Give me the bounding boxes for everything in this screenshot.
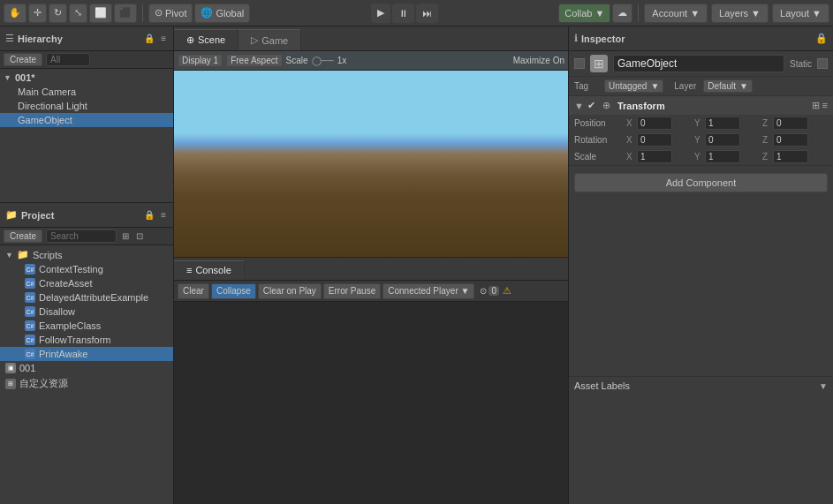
project-item-disallow[interactable]: C# Disallow <box>0 305 173 319</box>
account-button[interactable]: Account ▼ <box>644 4 708 23</box>
custom-asset-label: 自定义资源 <box>19 377 68 390</box>
hierarchy-content: ▼ 001* Main Camera Directional Light Gam… <box>0 69 173 202</box>
move-tool-button[interactable]: ✛ <box>28 4 47 23</box>
main-layout: ☰ Hierarchy 🔒 ≡ Create ▼ 001* M <box>0 26 833 504</box>
display-dropdown[interactable]: Display 1 <box>178 54 223 67</box>
project-item-001[interactable]: ▣ 001 <box>0 361 173 375</box>
project-header-right: 🔒 ≡ <box>142 209 168 221</box>
hierarchy-scene-root[interactable]: ▼ 001* <box>0 71 173 85</box>
hierarchy-lock-button[interactable]: 🔒 <box>142 33 156 44</box>
project-icon: 📁 <box>5 209 18 221</box>
project-title: Project <box>21 210 54 221</box>
scale-y-label: Y <box>694 152 703 162</box>
global-button[interactable]: 🌐 Global <box>194 4 250 23</box>
console-clear-button[interactable]: Clear <box>178 283 209 299</box>
rotation-y-input[interactable] <box>705 133 740 147</box>
rotation-x-input[interactable] <box>637 133 672 147</box>
divider-2 <box>638 4 639 22</box>
rotation-z-input[interactable] <box>773 133 808 147</box>
transform-icon: ⊕ <box>602 100 610 111</box>
rotation-y-label: Y <box>694 135 703 145</box>
count-icon: ⊙ <box>480 286 487 296</box>
transform-header[interactable]: ▼ ✔ ⊕ Transform ⊞ ≡ <box>569 96 833 115</box>
scale-z-input[interactable] <box>773 150 808 163</box>
aspect-dropdown[interactable]: Free Aspect <box>226 54 282 67</box>
game-tab-icon: ▷ <box>251 34 258 46</box>
hierarchy-item-gameobject[interactable]: GameObject <box>0 113 173 127</box>
console-panel: ≡ Console Clear Collapse Clear on Play E… <box>174 257 568 504</box>
project-item-example-class[interactable]: C# ExampleClass <box>0 319 173 333</box>
project-item-context-testing[interactable]: C# ContextTesting <box>0 262 173 276</box>
position-y-input[interactable] <box>705 117 740 130</box>
rotation-z-label: Z <box>762 135 771 145</box>
project-view-toggle[interactable]: ⊞ <box>120 230 131 242</box>
step-button[interactable]: ⏭ <box>416 4 438 23</box>
layers-button[interactable]: Layers ▼ <box>711 4 769 23</box>
gameobject-name-field[interactable]: GameObject <box>613 55 784 72</box>
console-collapse-button[interactable]: Collapse <box>211 283 256 299</box>
transform-component: ▼ ✔ ⊕ Transform ⊞ ≡ Position X <box>569 96 833 166</box>
tab-console[interactable]: ≡ Console <box>174 260 245 280</box>
hierarchy-item-main-camera[interactable]: Main Camera <box>0 85 173 99</box>
inspector-title: Inspector <box>581 34 625 44</box>
static-checkbox[interactable] <box>817 58 828 69</box>
transform-component-icons: ⊞ ≡ <box>812 100 828 111</box>
gameobject-active-checkbox[interactable] <box>574 58 585 69</box>
connected-player-button[interactable]: Connected Player ▼ <box>382 283 474 299</box>
layout-label: Layout ▼ <box>780 8 822 19</box>
layout-button[interactable]: Layout ▼ <box>772 4 829 23</box>
hierarchy-create-button[interactable]: Create <box>4 53 42 66</box>
pause-button[interactable]: ⏸ <box>392 4 414 23</box>
hierarchy-item-directional-light[interactable]: Directional Light <box>0 99 173 113</box>
inspector-icon: ℹ <box>574 33 578 44</box>
scale-z-group: Z <box>762 150 828 163</box>
tab-scene[interactable]: ⊕ Scene <box>174 29 239 50</box>
transform-expand-icon: ▼ <box>574 101 584 111</box>
scale-y-input[interactable] <box>705 150 740 163</box>
project-search-input[interactable] <box>46 229 117 243</box>
script-icon-follow-transform: C# <box>25 335 35 345</box>
scene-tab-label: Scene <box>198 34 225 45</box>
console-clear-on-play-button[interactable]: Clear on Play <box>258 283 322 299</box>
display-label: Display 1 <box>182 56 218 65</box>
scene-game-tabs: ⊕ Scene ▷ Game <box>174 26 568 51</box>
project-content: ▼ 📁 Scripts C# ContextTesting C# CreateA… <box>0 245 173 504</box>
project-filter-button[interactable]: ⊡ <box>134 230 145 242</box>
transform-settings-icon[interactable]: ⊞ <box>812 100 820 111</box>
project-item-scripts[interactable]: ▼ 📁 Scripts <box>0 247 173 262</box>
pivot-button[interactable]: ⊙ Pivot <box>148 4 193 23</box>
position-x-input[interactable] <box>637 117 672 130</box>
console-error-pause-button[interactable]: Error Pause <box>323 283 381 299</box>
scale-x-input[interactable] <box>637 150 672 163</box>
add-component-button[interactable]: Add Component <box>574 173 828 192</box>
layer-dropdown[interactable]: Default ▼ <box>703 79 753 93</box>
directional-light-label: Directional Light <box>18 101 87 111</box>
transform-copy-icon[interactable]: ≡ <box>822 100 828 111</box>
collab-button[interactable]: Collab ▼ <box>558 4 610 23</box>
project-lock-button[interactable]: 🔒 <box>142 209 156 221</box>
collab-group: Collab ▼ ☁ <box>558 4 632 23</box>
scale-tool-button[interactable]: ⤡ <box>69 4 87 23</box>
hand-tool-button[interactable]: ✋ <box>4 4 27 23</box>
project-item-create-asset[interactable]: C# CreateAsset <box>0 276 173 290</box>
tab-game[interactable]: ▷ Game <box>239 29 301 50</box>
scale-x-group: X <box>626 150 692 163</box>
project-item-follow-transform[interactable]: C# FollowTransform <box>0 333 173 347</box>
cloud-button[interactable]: ☁ <box>612 4 632 23</box>
project-create-button[interactable]: Create <box>4 229 42 243</box>
project-item-custom-asset[interactable]: ⊞ 自定义资源 <box>0 375 173 392</box>
project-item-print-awake[interactable]: C# PrintAwake <box>0 347 173 361</box>
rect-tool-button[interactable]: ⬜ <box>89 4 112 23</box>
position-z-input[interactable] <box>773 117 808 130</box>
tag-dropdown[interactable]: Untagged ▼ <box>604 79 663 93</box>
hierarchy-icon: ☰ <box>5 33 14 44</box>
console-tabs: ≡ Console <box>174 258 568 281</box>
play-button[interactable]: ▶ <box>371 4 390 23</box>
rotate-tool-button[interactable]: ↻ <box>49 4 67 23</box>
hierarchy-search-input[interactable] <box>46 53 90 66</box>
hierarchy-menu-button[interactable]: ≡ <box>159 33 168 44</box>
project-menu-button[interactable]: ≡ <box>159 209 168 221</box>
tag-label: Tag <box>574 81 601 91</box>
project-item-delayed[interactable]: C# DelayedAttributeExample <box>0 290 173 305</box>
transform-tool-button[interactable]: ⬛ <box>114 4 137 23</box>
